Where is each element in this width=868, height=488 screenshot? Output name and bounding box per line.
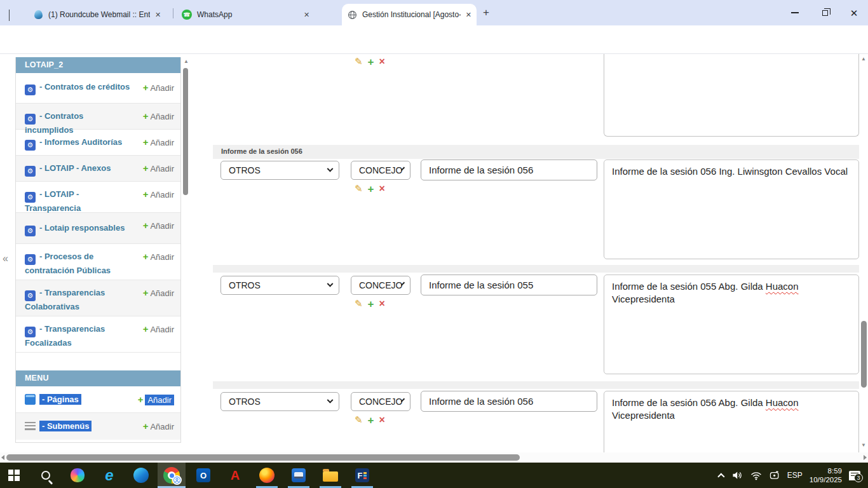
sidebar-item-label[interactable]: - Transparencias Focalizadas <box>25 324 105 348</box>
taskbar-acrobat-button[interactable]: A <box>221 463 249 488</box>
taskbar-internet-explorer-button[interactable]: e <box>95 463 123 488</box>
edit-pencil-icon[interactable]: ✎ <box>355 414 363 426</box>
add-plus-icon[interactable]: + <box>368 57 374 67</box>
page-scroll-down-icon[interactable]: ▼ <box>861 443 866 448</box>
delete-x-icon[interactable]: × <box>379 299 385 309</box>
organ-select[interactable]: CONCEJO <box>351 276 410 295</box>
gear-icon: ⚙ <box>25 140 36 151</box>
sidebar-item-label[interactable]: - Procesos de contratación Públicas <box>25 252 111 275</box>
sidebar-item-lotaip-transparencia[interactable]: ⚙- LOTAIP - Transparencia +Añadir <box>16 182 180 213</box>
sidebar-item-label[interactable]: - Submenús <box>39 421 92 431</box>
taskbar-f-app-button[interactable]: F <box>348 463 376 488</box>
sidebar-item-label[interactable]: - Informes Auditorías <box>39 137 122 147</box>
tray-clock[interactable]: 8:59 10/9/2025 <box>810 466 842 484</box>
edit-pencil-icon[interactable]: ✎ <box>355 298 363 309</box>
taskbar-search-button[interactable] <box>32 463 60 488</box>
sidebar-item-lotaip-responsables[interactable]: ⚙- Lotaip responsables +Añadir <box>16 213 180 244</box>
add-link[interactable]: +Añadir <box>143 250 174 263</box>
sidebar-item-lotaip-anexos[interactable]: ⚙- LOTAIP - Anexos +Añadir <box>16 156 180 182</box>
add-plus-icon[interactable]: + <box>368 299 374 309</box>
sidebar-scrollbar-thumb[interactable] <box>183 68 188 195</box>
sidebar-item-transparencias-colaborativas[interactable]: ⚙- Transparencias Colaborativas +Añadir <box>16 280 180 316</box>
sidebar-collapse-icon[interactable]: « <box>3 253 8 264</box>
volume-icon[interactable] <box>732 470 743 480</box>
tab-gestion-institucional[interactable]: Gestión Institucional [Agosto-2 ✕ <box>342 4 477 25</box>
scroll-right-icon[interactable] <box>864 455 867 460</box>
sidebar-item-contratos-creditos[interactable]: ⚙- Contratos de créditos +Añadir <box>16 73 180 104</box>
add-link[interactable]: +Añadir <box>143 162 174 175</box>
sidebar-item-label[interactable]: - Páginas <box>39 394 81 405</box>
session-detail-textarea[interactable] <box>604 54 859 137</box>
scroll-left-icon[interactable] <box>1 455 4 460</box>
tab-search-icon[interactable] <box>9 10 10 21</box>
add-link[interactable]: +Añadir <box>143 323 174 336</box>
add-link[interactable]: +Añadir <box>143 420 174 433</box>
sidebar-scroll-up-icon[interactable]: ▲ <box>184 59 189 64</box>
page-scroll-up-icon[interactable]: ▲ <box>861 57 866 62</box>
new-tab-button[interactable]: + <box>483 6 489 19</box>
category-select[interactable]: OTROS <box>220 276 339 295</box>
taskbar-scanner-app-button[interactable] <box>285 463 313 488</box>
wifi-icon[interactable] <box>750 471 762 480</box>
add-link[interactable]: +Añadir <box>143 219 174 232</box>
tab-close-icon[interactable]: ✕ <box>304 11 309 19</box>
window-close-button[interactable]: ✕ <box>840 0 868 25</box>
sidebar-item-label[interactable]: - LOTAIP - Anexos <box>39 163 111 173</box>
taskbar-chrome-button[interactable] <box>158 463 186 488</box>
sidebar-item-paginas[interactable]: - Páginas +Añadir <box>16 386 180 413</box>
tab-whatsapp[interactable]: ☎ WhatsApp ✕ <box>177 4 322 25</box>
session-detail-textarea[interactable]: Informe de la sesión 056 Ing. Liwinsgton… <box>604 159 859 259</box>
internet-explorer-icon: e <box>105 466 113 484</box>
sidebar-item-label[interactable]: - Transparencias Colaborativas <box>25 288 105 311</box>
notification-center-icon[interactable]: 3 <box>849 471 860 480</box>
horizontal-scrollbar[interactable] <box>0 452 868 463</box>
language-indicator[interactable]: ESP <box>787 471 803 480</box>
organ-select[interactable]: CONCEJO <box>351 161 410 180</box>
chevron-down-icon <box>327 396 334 403</box>
edit-pencil-icon[interactable]: ✎ <box>355 56 363 67</box>
organ-select[interactable]: CONCEJO <box>351 392 410 411</box>
sidebar-item-submenus[interactable]: - Submenús +Añadir <box>16 413 180 440</box>
category-select[interactable]: OTROS <box>220 161 339 180</box>
taskbar-edge-button[interactable] <box>127 463 155 488</box>
session-detail-textarea[interactable]: Informe de la sesión 056 Abg. Gilda Huac… <box>604 391 859 452</box>
sidebar-item-transparencias-focalizadas[interactable]: ⚙- Transparencias Focalizadas +Añadir <box>16 316 180 353</box>
sidebar-item-informes-auditorias[interactable]: ⚙- Informes Auditorías +Añadir <box>16 130 180 156</box>
add-link[interactable]: +Añadir <box>143 188 174 201</box>
add-link[interactable]: +Añadir <box>143 110 174 123</box>
add-link[interactable]: +Añadir <box>143 81 174 94</box>
tray-expand-icon[interactable] <box>717 473 724 480</box>
session-detail-textarea[interactable]: Informe de la sesión 055 Abg. Gilda Huac… <box>604 274 859 374</box>
screen-cast-icon[interactable] <box>769 470 780 480</box>
add-link[interactable]: +Añadir <box>138 393 174 406</box>
session-title-input[interactable] <box>421 391 597 412</box>
session-title-input[interactable] <box>421 159 597 180</box>
start-button[interactable] <box>0 463 28 488</box>
edit-pencil-icon[interactable]: ✎ <box>355 183 363 194</box>
add-link[interactable]: +Añadir <box>143 287 174 299</box>
tab-close-icon[interactable]: ✕ <box>155 11 161 19</box>
window-restore-button[interactable] <box>811 0 839 25</box>
delete-x-icon[interactable]: × <box>379 415 385 425</box>
sidebar-item-procesos-contratacion[interactable]: ⚙- Procesos de contratación Públicas +Añ… <box>16 244 180 280</box>
horizontal-scrollbar-thumb[interactable] <box>6 454 520 461</box>
delete-x-icon[interactable]: × <box>379 57 385 67</box>
acrobat-icon: A <box>231 468 240 483</box>
session-title-input[interactable] <box>421 274 597 295</box>
sidebar-item-label[interactable]: - Lotaip responsables <box>39 223 125 233</box>
add-plus-icon[interactable]: + <box>368 415 374 426</box>
sidebar-item-label[interactable]: - Contratos de créditos <box>39 82 130 92</box>
taskbar-file-explorer-button[interactable] <box>316 463 344 488</box>
add-link[interactable]: +Añadir <box>143 136 174 149</box>
tab-roundcube[interactable]: (1) Roundcube Webmail :: Entra ✕ <box>28 4 172 25</box>
taskbar-copilot-button[interactable] <box>64 463 92 488</box>
window-minimize-button[interactable] <box>781 0 809 25</box>
sidebar-item-contratos-incumplidos[interactable]: ⚙- Contratos incumplidos +Añadir <box>16 104 180 130</box>
delete-x-icon[interactable]: × <box>379 184 385 194</box>
add-plus-icon[interactable]: + <box>368 184 374 194</box>
category-select[interactable]: OTROS <box>220 392 339 411</box>
taskbar-outlook-button[interactable]: O <box>189 463 217 488</box>
tab-close-icon[interactable]: ✕ <box>466 11 471 19</box>
page-scrollbar-thumb[interactable] <box>861 321 867 388</box>
taskbar-firefox-button[interactable] <box>253 463 281 488</box>
